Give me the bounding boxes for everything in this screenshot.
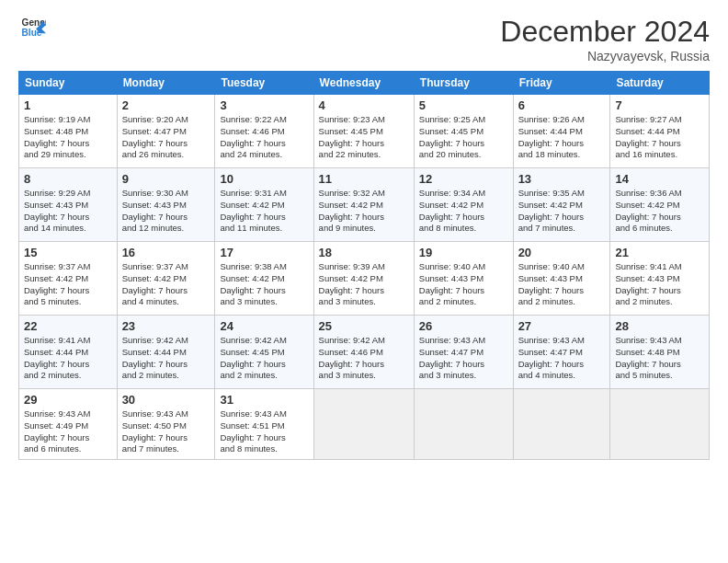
calendar-week-row: 15Sunrise: 9:37 AM Sunset: 4:42 PM Dayli… — [19, 242, 710, 316]
day-info: Sunrise: 9:32 AM Sunset: 4:42 PM Dayligh… — [319, 188, 409, 235]
day-info: Sunrise: 9:37 AM Sunset: 4:42 PM Dayligh… — [122, 261, 210, 308]
calendar-cell: 12Sunrise: 9:34 AM Sunset: 4:42 PM Dayli… — [414, 168, 513, 242]
day-info: Sunrise: 9:41 AM Sunset: 4:43 PM Dayligh… — [615, 261, 704, 308]
calendar-cell: 21Sunrise: 9:41 AM Sunset: 4:43 PM Dayli… — [610, 242, 710, 316]
calendar-cell: 16Sunrise: 9:37 AM Sunset: 4:42 PM Dayli… — [117, 242, 215, 316]
calendar-cell: 30Sunrise: 9:43 AM Sunset: 4:50 PM Dayli… — [117, 389, 215, 460]
location: Nazyvayevsk, Russia — [500, 49, 710, 63]
day-info: Sunrise: 9:43 AM Sunset: 4:48 PM Dayligh… — [615, 335, 704, 382]
day-info: Sunrise: 9:34 AM Sunset: 4:42 PM Dayligh… — [419, 188, 508, 235]
day-number: 3 — [220, 98, 308, 112]
calendar-body: 1Sunrise: 9:19 AM Sunset: 4:48 PM Daylig… — [19, 95, 710, 460]
calendar-cell: 9Sunrise: 9:30 AM Sunset: 4:43 PM Daylig… — [117, 168, 215, 242]
day-info: Sunrise: 9:27 AM Sunset: 4:44 PM Dayligh… — [615, 114, 704, 161]
calendar-cell: 18Sunrise: 9:39 AM Sunset: 4:42 PM Dayli… — [313, 242, 414, 316]
logo: General Blue — [18, 15, 46, 44]
day-number: 20 — [518, 246, 606, 259]
day-number: 30 — [122, 393, 210, 407]
calendar-cell: 19Sunrise: 9:40 AM Sunset: 4:43 PM Dayli… — [414, 242, 513, 316]
weekday-header: Thursday — [414, 72, 513, 95]
day-info: Sunrise: 9:43 AM Sunset: 4:47 PM Dayligh… — [419, 335, 508, 382]
calendar-cell — [610, 389, 710, 460]
day-info: Sunrise: 9:40 AM Sunset: 4:43 PM Dayligh… — [419, 261, 508, 308]
weekday-header: Saturday — [610, 72, 710, 95]
calendar-cell: 1Sunrise: 9:19 AM Sunset: 4:48 PM Daylig… — [19, 95, 118, 168]
calendar-header-row: SundayMondayTuesdayWednesdayThursdayFrid… — [19, 72, 710, 95]
day-number: 5 — [419, 98, 508, 112]
calendar-cell: 25Sunrise: 9:42 AM Sunset: 4:46 PM Dayli… — [313, 316, 414, 389]
day-info: Sunrise: 9:42 AM Sunset: 4:45 PM Dayligh… — [220, 335, 308, 382]
calendar-week-row: 1Sunrise: 9:19 AM Sunset: 4:48 PM Daylig… — [19, 95, 710, 168]
day-number: 26 — [419, 319, 508, 333]
day-number: 4 — [319, 98, 409, 112]
weekday-header: Tuesday — [215, 72, 313, 95]
day-info: Sunrise: 9:37 AM Sunset: 4:42 PM Dayligh… — [24, 261, 112, 308]
calendar-week-row: 22Sunrise: 9:41 AM Sunset: 4:44 PM Dayli… — [19, 316, 710, 389]
day-info: Sunrise: 9:38 AM Sunset: 4:42 PM Dayligh… — [220, 261, 308, 308]
calendar-cell: 6Sunrise: 9:26 AM Sunset: 4:44 PM Daylig… — [513, 95, 610, 168]
calendar-cell: 20Sunrise: 9:40 AM Sunset: 4:43 PM Dayli… — [513, 242, 610, 316]
calendar-cell — [414, 389, 513, 460]
month-title: December 2024 — [500, 15, 710, 49]
day-number: 12 — [419, 172, 508, 186]
page: General Blue December 2024 Nazyvayevsk, … — [0, 0, 728, 563]
calendar-cell: 27Sunrise: 9:43 AM Sunset: 4:47 PM Dayli… — [513, 316, 610, 389]
day-number: 28 — [615, 319, 704, 333]
weekday-header: Monday — [117, 72, 215, 95]
calendar-cell: 8Sunrise: 9:29 AM Sunset: 4:43 PM Daylig… — [19, 168, 118, 242]
day-info: Sunrise: 9:30 AM Sunset: 4:43 PM Dayligh… — [122, 188, 210, 235]
day-info: Sunrise: 9:29 AM Sunset: 4:43 PM Dayligh… — [24, 188, 112, 235]
day-info: Sunrise: 9:43 AM Sunset: 4:51 PM Dayligh… — [220, 408, 308, 455]
day-number: 25 — [319, 319, 409, 333]
day-number: 21 — [615, 246, 704, 259]
title-block: December 2024 Nazyvayevsk, Russia — [500, 15, 710, 63]
day-number: 31 — [220, 393, 308, 407]
calendar-cell: 13Sunrise: 9:35 AM Sunset: 4:42 PM Dayli… — [513, 168, 610, 242]
day-number: 10 — [220, 172, 308, 186]
calendar-cell: 24Sunrise: 9:42 AM Sunset: 4:45 PM Dayli… — [215, 316, 313, 389]
day-number: 27 — [518, 319, 606, 333]
day-info: Sunrise: 9:43 AM Sunset: 4:50 PM Dayligh… — [122, 408, 210, 455]
day-info: Sunrise: 9:19 AM Sunset: 4:48 PM Dayligh… — [24, 114, 112, 161]
day-info: Sunrise: 9:41 AM Sunset: 4:44 PM Dayligh… — [24, 335, 112, 382]
weekday-header: Sunday — [19, 72, 118, 95]
calendar-cell: 11Sunrise: 9:32 AM Sunset: 4:42 PM Dayli… — [313, 168, 414, 242]
day-info: Sunrise: 9:40 AM Sunset: 4:43 PM Dayligh… — [518, 261, 606, 308]
calendar-cell: 3Sunrise: 9:22 AM Sunset: 4:46 PM Daylig… — [215, 95, 313, 168]
calendar-cell: 22Sunrise: 9:41 AM Sunset: 4:44 PM Dayli… — [19, 316, 118, 389]
day-info: Sunrise: 9:35 AM Sunset: 4:42 PM Dayligh… — [518, 188, 606, 235]
day-number: 8 — [24, 172, 112, 186]
day-number: 1 — [24, 98, 112, 112]
day-number: 11 — [319, 172, 409, 186]
calendar-cell: 17Sunrise: 9:38 AM Sunset: 4:42 PM Dayli… — [215, 242, 313, 316]
day-number: 23 — [122, 319, 210, 333]
day-number: 15 — [24, 246, 112, 259]
calendar-cell: 28Sunrise: 9:43 AM Sunset: 4:48 PM Dayli… — [610, 316, 710, 389]
calendar-cell — [313, 389, 414, 460]
logo-icon: General Blue — [20, 15, 46, 40]
day-info: Sunrise: 9:36 AM Sunset: 4:42 PM Dayligh… — [615, 188, 704, 235]
day-info: Sunrise: 9:20 AM Sunset: 4:47 PM Dayligh… — [122, 114, 210, 161]
day-number: 24 — [220, 319, 308, 333]
day-info: Sunrise: 9:23 AM Sunset: 4:45 PM Dayligh… — [319, 114, 409, 161]
calendar-cell: 29Sunrise: 9:43 AM Sunset: 4:49 PM Dayli… — [19, 389, 118, 460]
day-info: Sunrise: 9:42 AM Sunset: 4:46 PM Dayligh… — [319, 335, 409, 382]
day-info: Sunrise: 9:43 AM Sunset: 4:47 PM Dayligh… — [518, 335, 606, 382]
day-number: 22 — [24, 319, 112, 333]
calendar-cell: 15Sunrise: 9:37 AM Sunset: 4:42 PM Dayli… — [19, 242, 118, 316]
day-number: 6 — [518, 98, 606, 112]
calendar-cell: 5Sunrise: 9:25 AM Sunset: 4:45 PM Daylig… — [414, 95, 513, 168]
day-number: 17 — [220, 246, 308, 259]
day-info: Sunrise: 9:42 AM Sunset: 4:44 PM Dayligh… — [122, 335, 210, 382]
calendar-cell: 10Sunrise: 9:31 AM Sunset: 4:42 PM Dayli… — [215, 168, 313, 242]
day-number: 19 — [419, 246, 508, 259]
calendar-week-row: 8Sunrise: 9:29 AM Sunset: 4:43 PM Daylig… — [19, 168, 710, 242]
calendar-cell: 31Sunrise: 9:43 AM Sunset: 4:51 PM Dayli… — [215, 389, 313, 460]
day-number: 29 — [24, 393, 112, 407]
calendar-cell — [513, 389, 610, 460]
day-info: Sunrise: 9:25 AM Sunset: 4:45 PM Dayligh… — [419, 114, 508, 161]
day-number: 2 — [122, 98, 210, 112]
calendar-cell: 14Sunrise: 9:36 AM Sunset: 4:42 PM Dayli… — [610, 168, 710, 242]
header: General Blue December 2024 Nazyvayevsk, … — [18, 15, 710, 63]
day-number: 16 — [122, 246, 210, 259]
